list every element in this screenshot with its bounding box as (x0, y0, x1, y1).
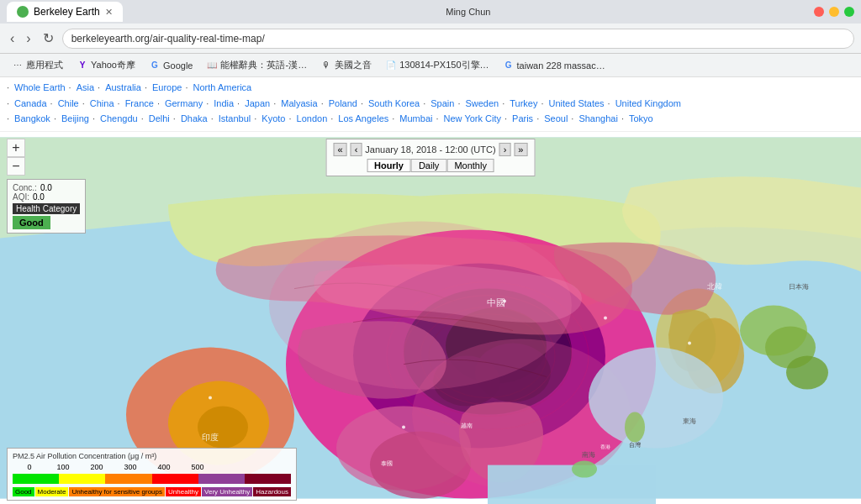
health-category-label: Health Category (13, 203, 80, 214)
nav-china[interactable]: China (90, 97, 114, 112)
legend-seg-unhealthy-sensitive (105, 474, 151, 484)
browser-frame: Berkeley Earth ✕ Ming Chun ‹ › ↻ ⋯ 應用程式 … (0, 0, 861, 504)
nav-beijing[interactable]: Beijing (61, 112, 89, 127)
nav-bangkok[interactable]: Bangkok (14, 112, 50, 127)
apps-icon: ⋯ (12, 60, 24, 71)
window-minimize-button[interactable] (829, 7, 839, 17)
nav-los-angeles[interactable]: Los Angeles (338, 112, 388, 127)
aqi-row: AQI: 0.0 (13, 192, 80, 202)
svg-point-34 (209, 396, 212, 399)
svg-point-35 (688, 341, 691, 344)
aqi-value: 0.0 (33, 192, 45, 202)
nav-turkey[interactable]: Turkey (510, 97, 537, 112)
nav-shanghai[interactable]: Shanghai (578, 112, 618, 127)
info-panel: Conc.: 0.0 AQI: 0.0 Health Category Good (7, 179, 86, 234)
voa-icon: 🎙 (320, 60, 332, 71)
legend-num-500: 500 (181, 463, 214, 471)
bookmark-px150[interactable]: 📄 130814-PX150引擎… (380, 57, 494, 73)
svg-text:日本海: 日本海 (789, 282, 809, 290)
svg-text:北韓: 北韓 (707, 281, 722, 290)
bookmark-apps[interactable]: ⋯ 應用程式 (7, 57, 68, 73)
bookmark-px150-label: 130814-PX150引擎… (399, 59, 489, 71)
dict-icon: 📖 (206, 60, 218, 71)
nav-malyasia[interactable]: Malyasia (281, 97, 317, 112)
nav-canada[interactable]: Canada (14, 97, 47, 112)
nav-london[interactable]: London (297, 112, 328, 127)
aqi-label: AQI: (13, 192, 29, 202)
zoom-in-button[interactable]: + (7, 139, 25, 157)
window-controls (814, 7, 854, 17)
bookmark-apps-label: 應用程式 (26, 59, 63, 71)
time-prev-prev-button[interactable]: « (334, 143, 347, 156)
bookmarks-bar: ⋯ 應用程式 Y Yahoo奇摩 G Google 📖 能權辭典：英語-漢… 🎙… (0, 54, 861, 77)
legend-title: PM2.5 Air Pollution Concentration (μg / … (13, 452, 291, 460)
browser-tab[interactable]: Berkeley Earth ✕ (7, 2, 123, 22)
time-next-next-button[interactable]: » (514, 143, 527, 156)
nav-istanbul[interactable]: Istanbul (219, 112, 251, 127)
tab-close-button[interactable]: ✕ (105, 7, 113, 18)
time-tab-hourly[interactable]: Hourly (367, 159, 411, 172)
reload-button[interactable]: ↻ (40, 29, 57, 48)
bookmark-voa[interactable]: 🎙 美國之音 (315, 57, 377, 73)
bookmark-yahoo[interactable]: Y Yahoo奇摩 (71, 57, 140, 73)
legend-seg-moderate (59, 474, 105, 484)
nav-north-america[interactable]: North America (193, 81, 252, 96)
nav-paris[interactable]: Paris (512, 112, 533, 127)
map-container[interactable]: 中國 印度 北韓 南海 東海 日本海 台灣 越南 泰國 (0, 132, 861, 504)
window-close-button[interactable] (814, 7, 824, 17)
svg-point-13 (198, 406, 248, 448)
nav-india[interactable]: India (214, 97, 234, 112)
forward-button[interactable]: › (23, 29, 34, 48)
nav-south-korea[interactable]: South Korea (368, 97, 420, 112)
nav-japan[interactable]: Japan (245, 97, 270, 112)
title-bar: Berkeley Earth ✕ Ming Chun (0, 0, 861, 24)
nav-france[interactable]: France (125, 97, 154, 112)
map-controls: + − Conc.: 0.0 AQI: 0.0 Health Category … (7, 139, 86, 234)
nav-row-2: ·Canada ·Chile ·China ·France ·Germany ·… (7, 97, 854, 112)
nav-asia[interactable]: Asia (77, 81, 94, 96)
back-button[interactable]: ‹ (7, 29, 18, 48)
nav-kyoto[interactable]: Kyoto (261, 112, 285, 127)
bookmark-taiwan[interactable]: G taiwan 228 massac… (498, 58, 610, 73)
bookmark-dict[interactable]: 📖 能權辭典：英語-漢… (201, 57, 312, 73)
time-display: January 18, 2018 - 12:00 (UTC) (365, 144, 495, 155)
time-tab-monthly[interactable]: Monthly (446, 159, 494, 172)
nav-spain[interactable]: Spain (430, 97, 454, 112)
nav-delhi[interactable]: Delhi (149, 112, 170, 127)
nav-mumbai[interactable]: Mumbai (399, 112, 432, 127)
nav-sweden[interactable]: Sweden (465, 97, 499, 112)
nav-dhaka[interactable]: Dhaka (181, 112, 208, 127)
window-maximize-button[interactable] (844, 7, 854, 17)
health-value: Good (13, 216, 50, 229)
bookmark-google[interactable]: G Google (144, 58, 198, 73)
google-icon: G (149, 60, 161, 71)
time-tab-daily[interactable]: Daily (411, 159, 446, 172)
tab-favicon (17, 6, 29, 18)
nav-new-york-city[interactable]: New York City (444, 112, 501, 127)
nav-tokyo[interactable]: Tokyo (629, 112, 653, 127)
nav-seoul[interactable]: Seoul (544, 112, 568, 127)
zoom-out-button[interactable]: − (7, 157, 25, 176)
taiwan-icon: G (503, 60, 515, 71)
svg-text:香港: 香港 (600, 444, 610, 449)
nav-chile[interactable]: Chile (58, 97, 79, 112)
conc-row: Conc.: 0.0 (13, 183, 80, 192)
nav-germany[interactable]: Germany (165, 97, 203, 112)
time-prev-button[interactable]: ‹ (351, 143, 362, 156)
nav-poland[interactable]: Poland (329, 97, 357, 112)
nav-europe[interactable]: Europe (152, 81, 182, 96)
nav-united-kingdom[interactable]: United Kingdom (615, 97, 681, 112)
conc-label: Conc.: (13, 183, 37, 192)
nav-row-1: ·Whole Earth ·Asia ·Australia ·Europe ·N… (7, 81, 854, 96)
time-next-button[interactable]: › (499, 143, 511, 156)
nav-whole-earth[interactable]: Whole Earth (14, 81, 66, 96)
svg-point-33 (402, 425, 405, 428)
nav-united-states[interactable]: United States (549, 97, 605, 112)
nav-chengdu[interactable]: Chengdu (100, 112, 138, 127)
legend-seg-very-unhealthy (198, 474, 245, 484)
nav-australia[interactable]: Australia (105, 81, 141, 96)
legend-categories: Good Moderate Unhealthy for sensitive gr… (13, 487, 291, 496)
svg-text:東海: 東海 (683, 417, 696, 424)
address-bar[interactable] (62, 29, 854, 49)
legend-num-0: 0 (13, 463, 46, 471)
